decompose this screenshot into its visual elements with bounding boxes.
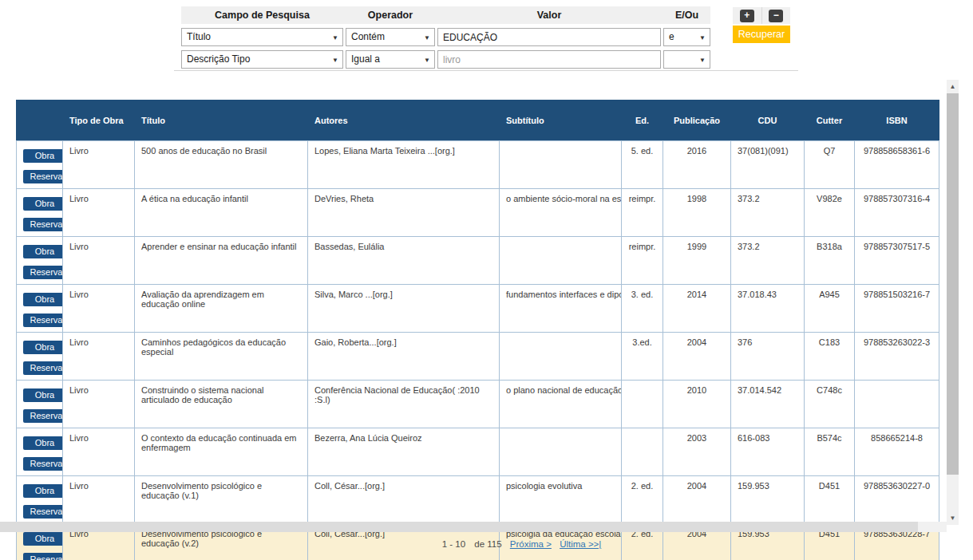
add-row-button[interactable]: + xyxy=(740,10,754,22)
titulo-cell: Avaliação da aprendizagem em educação on… xyxy=(135,285,308,333)
reserva-button[interactable]: Reserva xyxy=(23,266,63,279)
header-isbn: ISBN xyxy=(855,101,939,141)
table-row: Obra Reserva Livro Caminhos pedagógicos … xyxy=(17,333,939,381)
isbn-cell: 858665214-8 xyxy=(855,428,939,476)
recuperar-button[interactable]: Recuperar xyxy=(733,26,790,43)
obra-button[interactable]: Obra xyxy=(23,532,63,546)
chevron-down-icon: ▼ xyxy=(424,52,430,69)
row-actions-cell: Obra Reserva xyxy=(17,428,63,476)
table-row: Obra Reserva Livro Construindo o sistema… xyxy=(17,381,939,428)
search-form: Campo de Pesquisa Operador Valor E/Ou Tí… xyxy=(181,6,710,69)
subtitulo-cell xyxy=(500,428,622,476)
header-subtitulo: Subtítulo xyxy=(500,101,622,141)
reserva-button[interactable]: Reserva xyxy=(23,361,63,375)
chevron-down-icon: ▼ xyxy=(424,30,430,46)
reserva-button[interactable]: Reserva xyxy=(23,170,63,183)
titulo-cell: Aprender e ensinar na educação infantil xyxy=(135,237,308,285)
pagination-total: de 115 xyxy=(474,539,501,549)
value-input-2[interactable] xyxy=(437,50,661,69)
reserva-button[interactable]: Reserva xyxy=(23,457,63,471)
operator-select-1[interactable]: Contém ▼ xyxy=(346,28,435,46)
cutter-cell: D451 xyxy=(805,476,855,524)
pagination: 1 - 10 de 115 Próxima > Última >>| xyxy=(70,539,973,549)
reserva-button[interactable]: Reserva xyxy=(23,218,63,231)
titulo-cell: Desenvolvimento psicológico e educação (… xyxy=(135,476,308,524)
isbn-cell xyxy=(855,381,939,428)
cutter-cell: A945 xyxy=(805,285,855,333)
autores-cell: Coll, César...[org.] xyxy=(308,476,500,524)
cdu-cell: 616-083 xyxy=(731,428,805,476)
table-row: Obra Reserva Livro Aprender e ensinar na… xyxy=(17,237,939,285)
cutter-cell: C748c xyxy=(805,381,855,428)
minus-icon: − xyxy=(773,10,779,21)
field-select-1[interactable]: Título ▼ xyxy=(181,28,343,46)
ed-cell: 3.ed. xyxy=(622,333,663,381)
reserva-button[interactable]: Reserva xyxy=(23,553,63,560)
cutter-cell: B318a xyxy=(805,237,855,285)
operator-select-2-value: Igual a xyxy=(351,53,380,65)
reserva-button[interactable]: Reserva xyxy=(23,409,63,423)
subtitulo-cell: o ambiente sócio-moral na es xyxy=(500,189,622,237)
scroll-down-arrow-icon[interactable]: ▼ xyxy=(947,511,959,525)
table-row: Obra Reserva Livro A ética na educação i… xyxy=(17,189,939,237)
isbn-cell: 978853630227-0 xyxy=(855,476,939,524)
autores-cell: Lopes, Eliana Marta Teixeira ...[org.] xyxy=(308,141,500,189)
titulo-cell: A ética na educação infantil xyxy=(135,189,308,237)
andor-select-1[interactable]: e ▼ xyxy=(663,28,710,46)
obra-button[interactable]: Obra xyxy=(23,388,63,402)
header-autores: Autores xyxy=(308,101,500,141)
publicacao-cell: 2016 xyxy=(663,141,731,189)
reserva-button[interactable]: Reserva xyxy=(23,505,63,519)
table-row: Obra Reserva Livro 500 anos de educação … xyxy=(17,141,939,189)
remove-row-button[interactable]: − xyxy=(769,10,783,22)
obra-button[interactable]: Obra xyxy=(23,149,63,163)
publicacao-cell: 2010 xyxy=(663,381,731,428)
tipo-de-obra-cell: Livro xyxy=(63,428,135,476)
cdu-cell: 159.953 xyxy=(731,476,805,524)
horizontal-scrollbar[interactable] xyxy=(0,522,947,532)
andor-select-2[interactable]: ▼ xyxy=(663,50,710,69)
search-form-header: Campo de Pesquisa Operador Valor E/Ou xyxy=(181,6,710,24)
isbn-cell: 978851503216-7 xyxy=(855,285,939,333)
cdu-cell: 37(081)(091) xyxy=(731,141,805,189)
obra-button[interactable]: Obra xyxy=(23,436,63,450)
ed-cell: 5. ed. xyxy=(622,141,663,189)
obra-button[interactable]: Obra xyxy=(23,293,63,306)
pagination-next-link[interactable]: Próxima > xyxy=(510,539,552,549)
scroll-up-arrow-icon[interactable]: ▲ xyxy=(947,80,959,93)
field-select-2[interactable]: Descrição Tipo ▼ xyxy=(181,50,343,69)
isbn-cell: 978857307517-5 xyxy=(855,237,939,285)
ed-cell: reimpr. xyxy=(622,189,663,237)
vertical-scrollbar-thumb[interactable] xyxy=(947,93,959,475)
vertical-scrollbar[interactable]: ▲ ▼ xyxy=(947,80,959,525)
operator-select-1-value: Contém xyxy=(351,31,385,42)
cutter-cell: Q7 xyxy=(805,141,855,189)
chevron-down-icon: ▼ xyxy=(699,30,706,46)
obra-button[interactable]: Obra xyxy=(23,197,63,211)
column-label-operador: Operador xyxy=(346,6,435,24)
ed-cell: reimpr. xyxy=(622,237,663,285)
subtitulo-cell xyxy=(500,141,622,189)
publicacao-cell: 2003 xyxy=(663,428,731,476)
cdu-cell: 37.018.43 xyxy=(731,285,805,333)
pagination-range: 1 - 10 xyxy=(442,539,465,549)
publicacao-cell: 1998 xyxy=(663,189,731,237)
column-label-valor: Valor xyxy=(437,6,661,24)
value-input-1[interactable] xyxy=(437,28,661,46)
table-row: Obra Reserva Livro Avaliação da aprendiz… xyxy=(17,285,939,333)
reserva-button[interactable]: Reserva xyxy=(23,314,63,327)
isbn-cell: 978853263022-3 xyxy=(855,333,939,381)
search-criteria-row-2: Descrição Tipo ▼ Igual a ▼ ▼ xyxy=(181,50,710,69)
header-actions xyxy=(17,101,63,141)
obra-button[interactable]: Obra xyxy=(23,341,63,354)
cdu-cell: 376 xyxy=(731,333,805,381)
operator-select-2[interactable]: Igual a ▼ xyxy=(346,50,435,69)
cdu-cell: 373.2 xyxy=(731,189,805,237)
horizontal-scrollbar-thumb[interactable] xyxy=(0,522,918,532)
subtitulo-cell: o plano nacional de educação xyxy=(500,381,622,428)
obra-button[interactable]: Obra xyxy=(23,484,63,498)
obra-button[interactable]: Obra xyxy=(23,245,63,258)
pagination-last-link[interactable]: Última >>| xyxy=(560,539,601,549)
tipo-de-obra-cell: Livro xyxy=(63,189,135,237)
tipo-de-obra-cell: Livro xyxy=(63,285,135,333)
